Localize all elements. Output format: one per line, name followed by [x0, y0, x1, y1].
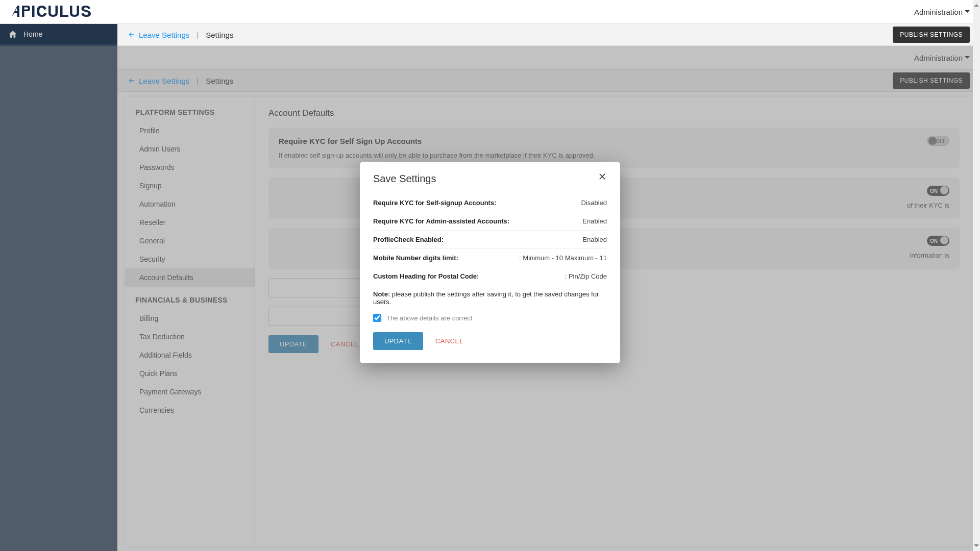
- settings-item-signup[interactable]: Signup: [125, 177, 255, 195]
- confirm-checkbox-label: The above details are correct: [386, 314, 472, 322]
- leave-settings-text: Leave Settings: [139, 31, 189, 39]
- breadcrumb: Leave Settings | Settings: [128, 31, 233, 39]
- modal-row: Require KYC for Self-signup Accounts: Di…: [373, 194, 607, 212]
- modal-row-key: Mobile Number digits limit:: [373, 254, 458, 262]
- primary-sidebar: Home: [0, 24, 117, 551]
- modal-row-key: Require KYC for Self-signup Accounts:: [373, 199, 496, 207]
- settings-item-admin-users[interactable]: Admin Users: [125, 140, 255, 158]
- modal-row: Require KYC for Admin-assisted Accounts:…: [373, 212, 607, 231]
- content-cancel-button[interactable]: CANCEL: [331, 340, 359, 348]
- scrollbar-down[interactable]: [973, 543, 980, 551]
- inner-breadcrumb-current: Settings: [206, 77, 233, 85]
- settings-item-security[interactable]: Security: [125, 250, 255, 268]
- toggle-profile-check[interactable]: ON: [927, 236, 949, 246]
- content-title: Account Defaults: [268, 108, 960, 118]
- administration-dropdown[interactable]: Administration: [914, 8, 970, 16]
- modal-row-val: : Minimum - 10 Maximum - 11: [519, 254, 607, 262]
- settings-item-additional-fields[interactable]: Additional Fields: [125, 346, 255, 364]
- settings-sidepanel: PLATFORM SETTINGS Profile Admin Users Pa…: [125, 97, 255, 546]
- settings-item-automation[interactable]: Automation: [125, 195, 255, 213]
- inner-breadcrumb-bar: Leave Settings | Settings PUBLISH SETTIN…: [0, 70, 980, 92]
- toggle-label: OFF: [936, 138, 946, 144]
- breadcrumb-separator: |: [197, 31, 199, 39]
- inner-leave-text: Leave Settings: [139, 77, 189, 85]
- arrow-left-icon: [128, 77, 136, 85]
- settings-heading-platform: PLATFORM SETTINGS: [125, 106, 255, 121]
- breadcrumb-current: Settings: [206, 31, 233, 39]
- modal-row-key: ProfileCheck Enabled:: [373, 236, 444, 243]
- publish-settings-button[interactable]: PUBLISH SETTINGS: [893, 27, 970, 43]
- settings-item-quick-plans[interactable]: Quick Plans: [125, 364, 255, 383]
- inner-publish-button[interactable]: PUBLISH SETTINGS: [893, 72, 970, 89]
- content-update-button[interactable]: UPDATE: [268, 335, 318, 353]
- modal-confirm-checkbox[interactable]: The above details are correct: [373, 314, 607, 322]
- toggle-knob: [940, 236, 948, 244]
- toggle-knob: [928, 137, 937, 145]
- toggle-kyc-self[interactable]: OFF: [927, 136, 949, 146]
- arrow-left-icon: [128, 31, 136, 39]
- modal-title: Save Settings: [373, 173, 607, 185]
- breadcrumb-separator: |: [197, 77, 199, 85]
- modal-row-val: : Pin/Zip Code: [565, 272, 607, 280]
- confirm-checkbox-input[interactable]: [373, 314, 381, 322]
- settings-item-payment-gateways[interactable]: Payment Gateways: [125, 383, 255, 401]
- home-icon: [8, 30, 17, 39]
- settings-item-tax[interactable]: Tax Deduction: [125, 328, 255, 346]
- modal-row: Mobile Number digits limit: : Minimum - …: [373, 249, 607, 267]
- settings-item-reseller[interactable]: Reseller: [125, 213, 255, 232]
- settings-item-passwords[interactable]: Passwords: [125, 158, 255, 177]
- inner-header: Administration: [0, 46, 980, 70]
- modal-row-val: Disabled: [581, 199, 607, 207]
- modal-note: Note: please publish the settings after …: [373, 290, 607, 306]
- toggle-label: ON: [930, 188, 938, 194]
- caret-down-icon: [965, 56, 970, 61]
- modal-row: ProfileCheck Enabled: Enabled: [373, 231, 607, 249]
- breadcrumb-bar: Leave Settings | Settings PUBLISH SETTIN…: [0, 24, 980, 46]
- modal-actions: UPDATE CANCEL: [373, 332, 607, 350]
- app-header: Administration: [0, 0, 980, 24]
- inner-leave-settings-link[interactable]: Leave Settings: [128, 77, 189, 85]
- card-title: [279, 187, 281, 195]
- card-desc: If enabled self sign-up accounts will on…: [279, 151, 949, 160]
- close-icon: [598, 172, 607, 181]
- settings-item-currencies[interactable]: Currencies: [125, 401, 255, 419]
- brand-logo: [10, 4, 102, 19]
- card-title: Require KYC for Self Sign Up Accounts: [279, 137, 422, 145]
- vertical-scrollbar[interactable]: [973, 0, 980, 551]
- modal-row-key: Custom Heading for Postal Code:: [373, 272, 479, 280]
- leave-settings-link[interactable]: Leave Settings: [128, 31, 189, 39]
- scrollbar-up[interactable]: [973, 0, 980, 8]
- save-settings-modal: Save Settings Require KYC for Self-signu…: [360, 162, 620, 363]
- toggle-knob: [940, 186, 948, 194]
- settings-item-profile[interactable]: Profile: [125, 121, 255, 140]
- settings-heading-financials: FINANCIALS & BUSINESS: [125, 294, 255, 309]
- svg-rect-0: [32, 6, 35, 17]
- modal-cancel-button[interactable]: CANCEL: [435, 337, 463, 345]
- modal-row-key: Require KYC for Admin-assisted Accounts:: [373, 217, 509, 225]
- sidebar-label: Home: [23, 30, 42, 38]
- inner-administration-dropdown[interactable]: Administration: [914, 54, 970, 62]
- modal-close-button[interactable]: [598, 172, 609, 183]
- modal-note-text: please publish the settings after saving…: [373, 290, 599, 306]
- settings-item-billing[interactable]: Billing: [125, 309, 255, 328]
- settings-item-general[interactable]: General: [125, 232, 255, 250]
- modal-row-val: Enabled: [582, 217, 607, 225]
- modal-row: Custom Heading for Postal Code: : Pin/Zi…: [373, 267, 607, 285]
- toggle-kyc-admin[interactable]: ON: [927, 186, 949, 196]
- modal-update-button[interactable]: UPDATE: [373, 332, 423, 350]
- administration-label: Administration: [914, 8, 963, 16]
- settings-item-account-defaults[interactable]: Account Defaults: [125, 268, 255, 287]
- inner-breadcrumb: Leave Settings | Settings: [128, 77, 233, 85]
- modal-row-val: Enabled: [582, 236, 607, 243]
- toggle-label: ON: [930, 238, 938, 244]
- sidebar-item-home[interactable]: Home: [0, 24, 117, 44]
- caret-down-icon: [965, 10, 970, 15]
- inner-admin-label: Administration: [914, 54, 963, 62]
- card-title: [279, 237, 281, 245]
- modal-note-label: Note:: [373, 290, 390, 298]
